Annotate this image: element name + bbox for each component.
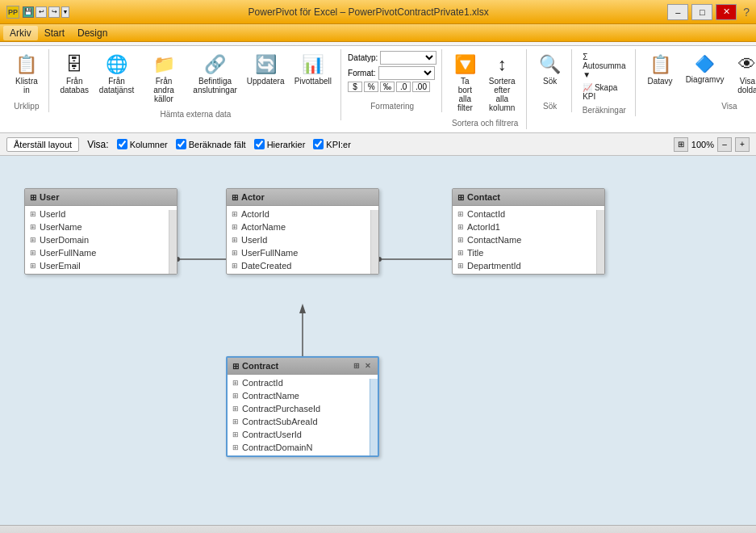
diagram-canvas[interactable]: ⊞ User ⊞UserId ⊞UserName ⊞UserDomain ⊞Us…	[0, 156, 756, 525]
contract-resize-btn[interactable]: ⊞	[352, 362, 361, 370]
urklipp-buttons: 📋 Klistra in	[10, 51, 44, 99]
actor-field-userid: ⊞UserId	[227, 233, 378, 246]
paste-button[interactable]: 📋 Klistra in	[10, 51, 44, 98]
actor-table-body: ⊞ActorId ⊞ActorName ⊞UserId ⊞UserFullNam…	[227, 206, 378, 274]
autosum-button[interactable]: Σ Autosumma ▼	[578, 51, 629, 81]
contract-field-contractid: ⊞ContractId	[228, 376, 378, 389]
actor-scrollbar[interactable]	[370, 210, 378, 274]
pivot-button[interactable]: 📊 Pivottabell	[290, 51, 336, 89]
contract-scrollbar[interactable]	[370, 379, 378, 455]
create-kpi-button[interactable]: 📈 Skapa KPI	[578, 82, 629, 103]
zoom-out-button[interactable]: –	[717, 137, 732, 152]
percent-button[interactable]: %	[364, 82, 378, 92]
field-icon: ⊞	[232, 262, 238, 270]
datatype-label: Datatyp:	[348, 53, 378, 62]
contact-scrollbar[interactable]	[596, 210, 604, 274]
menu-start[interactable]: Start	[38, 26, 71, 40]
field-icon: ⊞	[232, 379, 239, 387]
status-table-icon[interactable]: ▦	[727, 530, 737, 534]
calc-buttons: Σ Autosumma ▼ 📈 Skapa KPI	[578, 51, 629, 103]
help-button[interactable]: ?	[743, 6, 750, 19]
quick-save[interactable]: 💾	[23, 6, 34, 18]
reset-layout-button[interactable]: Återställ layout	[6, 137, 79, 152]
update-label: Uppdatera	[247, 77, 285, 86]
from-other-button[interactable]: 📁 Från andrakällor	[140, 51, 187, 107]
decimal-dec-button[interactable]: .0	[396, 82, 411, 92]
from-database-button[interactable]: 🗄 Fråndatabas	[56, 51, 94, 98]
table-icon: ⊞	[30, 193, 36, 202]
diagramview-icon: 🔷	[695, 54, 715, 73]
quick-undo[interactable]: ↩	[36, 6, 47, 18]
contract-field-userid: ⊞ContractUserId	[228, 428, 378, 441]
hierarchies-checkbox-label[interactable]: Hierarkier	[254, 139, 306, 149]
contract-table[interactable]: ⊞ Contract ⊞ ✕ ⊞ContractId ⊞ContractName…	[226, 356, 379, 457]
status-diagram-icon[interactable]: ◈	[741, 530, 750, 534]
zoom-in-button[interactable]: ⊞	[674, 137, 688, 152]
zoom-plus-button[interactable]: +	[735, 137, 750, 152]
close-button[interactable]: ✕	[716, 4, 737, 20]
kpis-checkbox[interactable]	[313, 139, 324, 149]
search-button[interactable]: 🔍 Sök	[533, 51, 566, 89]
calc-fields-checkbox-label[interactable]: Beräknade fält	[176, 139, 246, 149]
format-select[interactable]	[378, 66, 435, 80]
title-bar-controls: – □ ✕ ?	[667, 4, 750, 20]
columns-checkbox-label[interactable]: Kolumner	[117, 139, 168, 149]
update-button[interactable]: 🔄 Uppdatera	[243, 51, 289, 89]
menu-design[interactable]: Design	[71, 26, 114, 40]
dataview-label: Datavy	[648, 77, 673, 86]
field-icon: ⊞	[30, 223, 36, 231]
contract-close-btn[interactable]: ✕	[363, 362, 373, 370]
show-hidden-label: Visadolda	[737, 77, 756, 94]
contact-table[interactable]: ⊞ Contact ⊞ContactId ⊞ActorId1 ⊞ContactN…	[452, 188, 605, 275]
dataview-button[interactable]: 📋 Datavy	[642, 51, 679, 89]
contract-field-subareaid: ⊞ContractSubAreaId	[228, 415, 378, 428]
minimize-button[interactable]: –	[667, 4, 688, 20]
hierarchies-label: Hierarkier	[267, 140, 306, 149]
user-field-userdomain: ⊞UserDomain	[25, 233, 177, 246]
title-bar: PP 💾 ↩ ↪ ▼ PowerPivot för Excel – PowerP…	[0, 0, 756, 24]
quick-dropdown[interactable]: ▼	[61, 6, 69, 18]
user-table[interactable]: ⊞ User ⊞UserId ⊞UserName ⊞UserDomain ⊞Us…	[24, 188, 178, 275]
actor-table-name: Actor	[241, 192, 265, 202]
user-scrollbar[interactable]	[169, 210, 177, 274]
user-table-body: ⊞UserId ⊞UserName ⊞UserDomain ⊞UserFullN…	[25, 206, 177, 274]
columns-checkbox[interactable]	[117, 139, 127, 149]
svg-marker-8	[299, 304, 306, 313]
actor-table[interactable]: ⊞ Actor ⊞ActorId ⊞ActorName ⊞UserId ⊞Use…	[226, 188, 379, 275]
field-icon: ⊞	[232, 392, 239, 400]
menu-arkiv[interactable]: Arkiv	[3, 26, 38, 40]
ribbon: 📋 Klistra in Urklipp 🗄 Fråndatabas 🌐 Frå…	[0, 42, 756, 133]
actor-field-datecreated: ⊞DateCreated	[227, 259, 378, 272]
user-table-header: ⊞ User	[25, 189, 177, 206]
existing-connections-button[interactable]: 🔗 Befintligaanslutningar	[190, 51, 241, 98]
field-icon: ⊞	[457, 210, 464, 218]
status-grid-icon[interactable]: ⊞	[714, 530, 724, 534]
service-icon: 🌐	[106, 54, 127, 75]
hierarchies-checkbox[interactable]	[254, 139, 265, 149]
thousands-button[interactable]: ‰	[380, 82, 395, 92]
currency-button[interactable]: $	[348, 82, 362, 92]
ribbon-group-view: 📋 Datavy 🔷 Diagramvy 👁 Visadolda 📐 Beräk…	[637, 49, 757, 112]
contract-table-name: Contract	[242, 361, 278, 371]
decimal-inc-button[interactable]: .00	[412, 82, 430, 92]
calc-fields-checkbox[interactable]	[176, 139, 186, 149]
diagramview-button[interactable]: 🔷 Diagramvy	[680, 51, 730, 87]
clear-filters-button[interactable]: 🔽 Ta bortalla filter	[449, 51, 481, 115]
quick-redo[interactable]: ↪	[48, 6, 60, 18]
contact-table-header: ⊞ Contact	[453, 189, 604, 206]
sort-column-button[interactable]: ↕ Sortera efteralla kolumn	[482, 51, 521, 115]
field-icon: ⊞	[232, 249, 238, 257]
from-service-button[interactable]: 🌐 Fråndatatjänst	[95, 51, 139, 98]
field-icon: ⊞	[232, 443, 239, 451]
urklipp-label: Urklipp	[14, 99, 39, 111]
show-label: Visa:	[87, 139, 108, 150]
field-icon: ⊞	[232, 405, 239, 413]
kpis-checkbox-label[interactable]: KPI:er	[313, 139, 351, 149]
show-hidden-button[interactable]: 👁 Visadolda	[731, 51, 756, 98]
external-label: Hämta externa data	[161, 107, 232, 119]
from-other-label: Från andrakällor	[145, 77, 182, 103]
datatype-select[interactable]	[380, 51, 436, 65]
table-icon: ⊞	[457, 193, 464, 202]
field-icon: ⊞	[232, 430, 239, 439]
maximize-button[interactable]: □	[691, 4, 712, 20]
